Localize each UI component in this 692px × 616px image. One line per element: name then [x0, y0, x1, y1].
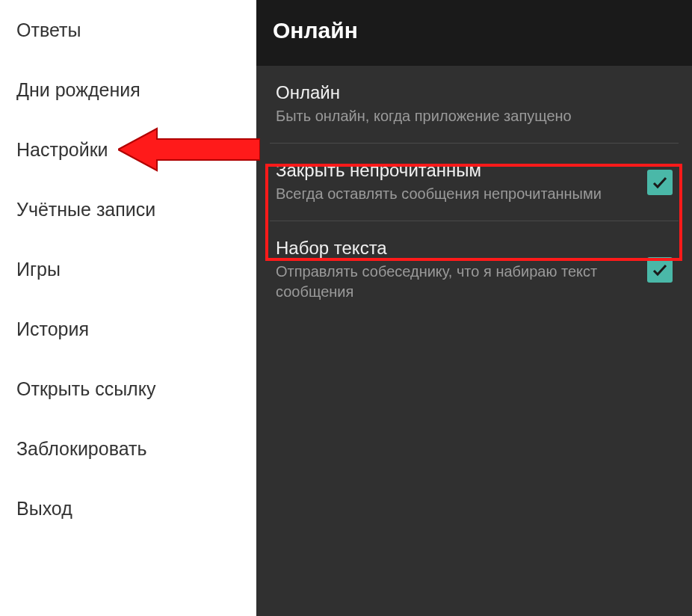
- main-panel: Онлайн Онлайн Быть онлайн, когда приложе…: [256, 0, 692, 616]
- sidebar-item-answers[interactable]: Ответы: [0, 0, 256, 60]
- setting-desc: Быть онлайн, когда приложение запущено: [276, 106, 664, 126]
- sidebar-item-accounts[interactable]: Учётные записи: [0, 179, 256, 239]
- sidebar-item-settings[interactable]: Настройки: [0, 120, 256, 179]
- sidebar-item-birthdays[interactable]: Дни рождения: [0, 60, 256, 120]
- setting-typing[interactable]: Набор текста Отправлять собеседнику, что…: [270, 221, 679, 318]
- sidebar-item-label: Заблокировать: [16, 438, 147, 459]
- checkbox-checked[interactable]: [647, 170, 673, 195]
- sidebar-item-history[interactable]: История: [0, 299, 256, 359]
- sidebar-item-label: История: [16, 318, 89, 339]
- setting-title: Закрыть непрочитанным: [276, 160, 638, 181]
- sidebar-item-label: Ответы: [16, 19, 81, 40]
- sidebar-item-open-link[interactable]: Открыть ссылку: [0, 359, 256, 419]
- sidebar-item-exit[interactable]: Выход: [0, 478, 256, 538]
- sidebar-item-label: Выход: [16, 498, 72, 519]
- sidebar-item-games[interactable]: Игры: [0, 239, 256, 299]
- setting-desc: Отправлять собеседнику, что я набираю те…: [276, 262, 638, 302]
- check-icon: [651, 173, 669, 191]
- setting-text: Набор текста Отправлять собеседнику, что…: [276, 238, 647, 302]
- check-icon: [651, 261, 669, 279]
- sidebar-item-label: Учётные записи: [16, 199, 155, 220]
- setting-text: Закрыть непрочитанным Всегда оставлять с…: [276, 160, 647, 204]
- checkbox-checked[interactable]: [647, 257, 673, 283]
- settings-list: Онлайн Быть онлайн, когда приложение зап…: [256, 66, 692, 318]
- sidebar: Ответы Дни рождения Настройки Учётные за…: [0, 0, 256, 616]
- sidebar-item-label: Игры: [16, 259, 61, 280]
- sidebar-item-block[interactable]: Заблокировать: [0, 419, 256, 478]
- setting-title: Набор текста: [276, 238, 638, 259]
- main-header: Онлайн: [256, 0, 692, 66]
- setting-title: Онлайн: [276, 82, 664, 103]
- sidebar-item-label: Дни рождения: [16, 79, 140, 100]
- setting-desc: Всегда оставлять сообщения непрочитанным…: [276, 184, 638, 204]
- sidebar-item-label: Настройки: [16, 139, 108, 160]
- setting-close-unread[interactable]: Закрыть непрочитанным Всегда оставлять с…: [270, 144, 679, 221]
- setting-online[interactable]: Онлайн Быть онлайн, когда приложение зап…: [270, 66, 679, 144]
- page-title: Онлайн: [273, 18, 676, 43]
- setting-text: Онлайн Быть онлайн, когда приложение зап…: [276, 82, 673, 126]
- sidebar-item-label: Открыть ссылку: [16, 378, 155, 399]
